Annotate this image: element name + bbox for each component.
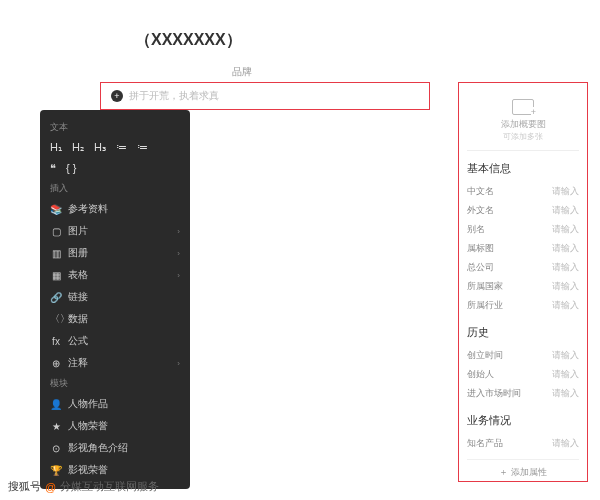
tool-icon: 〈〉	[50, 312, 62, 326]
field-label: 进入市场时间	[467, 387, 521, 400]
tool-数据[interactable]: 〈〉数据	[40, 308, 190, 330]
field-row[interactable]: 别名请输入	[467, 220, 579, 239]
h3-button[interactable]: H₃	[94, 141, 106, 154]
field-value: 请输入	[552, 261, 579, 274]
section-title: 基本信息	[467, 161, 579, 176]
field-label: 属标图	[467, 242, 494, 255]
tool-icon: ▦	[50, 270, 62, 281]
editor-toolbar: 文本 H₁ H₂ H₃ ≔ ≔ ❝ { } 插入 📚参考资料▢图片›▥图册›▦表…	[40, 110, 190, 489]
field-value: 请输入	[552, 223, 579, 236]
field-value: 请输入	[552, 204, 579, 217]
field-label: 别名	[467, 223, 485, 236]
chevron-right-icon: ›	[177, 227, 180, 236]
field-value: 请输入	[552, 280, 579, 293]
field-label: 外文名	[467, 204, 494, 217]
field-label: 中文名	[467, 185, 494, 198]
module-icon: ★	[50, 421, 62, 432]
upload-sub: 可添加多张	[503, 131, 543, 142]
tool-icon: 📚	[50, 204, 62, 215]
module-影视角色介绍[interactable]: ⊙影视角色介绍	[40, 437, 190, 459]
module-icon: 👤	[50, 399, 62, 410]
footer: 搜狐号 @ 分媒互动互联网服务	[8, 479, 159, 494]
module-影视荣誉[interactable]: 🏆影视荣誉	[40, 459, 190, 481]
subtitle: 品牌	[232, 65, 252, 79]
add-attribute-button[interactable]: ＋ 添加属性	[467, 459, 579, 485]
field-value: 请输入	[552, 242, 579, 255]
group-module: 模块	[40, 374, 190, 393]
field-value: 请输入	[552, 185, 579, 198]
list-button[interactable]: ≔	[116, 141, 127, 154]
field-label: 总公司	[467, 261, 494, 274]
chevron-right-icon: ›	[177, 249, 180, 258]
tool-icon: ⊕	[50, 358, 62, 369]
author-name: 分媒互动互联网服务	[60, 479, 159, 494]
tool-注释[interactable]: ⊕注释›	[40, 352, 190, 374]
tool-icon: ▢	[50, 226, 62, 237]
field-value: 请输入	[552, 437, 579, 450]
module-人物作品[interactable]: 👤人物作品	[40, 393, 190, 415]
tool-参考资料[interactable]: 📚参考资料	[40, 198, 190, 220]
tool-图片[interactable]: ▢图片›	[40, 220, 190, 242]
field-label: 知名产品	[467, 437, 503, 450]
group-insert: 插入	[40, 179, 190, 198]
tool-icon: fx	[50, 336, 62, 347]
at-icon: @	[45, 481, 56, 493]
section-title: 历史	[467, 325, 579, 340]
h1-button[interactable]: H₁	[50, 141, 62, 154]
module-icon: 🏆	[50, 465, 62, 476]
field-value: 请输入	[552, 299, 579, 312]
field-row[interactable]: 创始人请输入	[467, 365, 579, 384]
site-name: 搜狐号	[8, 479, 41, 494]
field-row[interactable]: 知名产品请输入	[467, 434, 579, 453]
field-row[interactable]: 总公司请输入	[467, 258, 579, 277]
add-icon: +	[111, 90, 123, 102]
field-label: 创始人	[467, 368, 494, 381]
field-row[interactable]: 进入市场时间请输入	[467, 384, 579, 403]
field-value: 请输入	[552, 349, 579, 362]
h2-button[interactable]: H₂	[72, 141, 84, 154]
image-upload[interactable]: 添加概要图 可添加多张	[467, 91, 579, 151]
field-row[interactable]: 所属行业请输入	[467, 296, 579, 315]
chevron-right-icon: ›	[177, 271, 180, 280]
field-label: 所属行业	[467, 299, 503, 312]
module-人物荣誉[interactable]: ★人物荣誉	[40, 415, 190, 437]
page-title: （XXXXXXX）	[135, 30, 242, 51]
row2: ❝ { }	[40, 158, 190, 179]
field-value: 请输入	[552, 368, 579, 381]
field-label: 所属国家	[467, 280, 503, 293]
field-row[interactable]: 外文名请输入	[467, 201, 579, 220]
chevron-right-icon: ›	[177, 359, 180, 368]
code-button[interactable]: { }	[66, 162, 76, 175]
main-input-area[interactable]: + 拼于开荒，执着求真	[100, 82, 430, 110]
field-label: 创立时间	[467, 349, 503, 362]
module-icon: ⊙	[50, 443, 62, 454]
field-row[interactable]: 所属国家请输入	[467, 277, 579, 296]
heading-row: H₁ H₂ H₃ ≔ ≔	[40, 137, 190, 158]
field-row[interactable]: 中文名请输入	[467, 182, 579, 201]
list2-button[interactable]: ≔	[137, 141, 148, 154]
upload-text: 添加概要图	[501, 118, 546, 131]
field-value: 请输入	[552, 387, 579, 400]
group-text: 文本	[40, 118, 190, 137]
tool-公式[interactable]: fx公式	[40, 330, 190, 352]
image-icon	[512, 99, 534, 115]
tool-表格[interactable]: ▦表格›	[40, 264, 190, 286]
field-row[interactable]: 创立时间请输入	[467, 346, 579, 365]
quote-button[interactable]: ❝	[50, 162, 56, 175]
tool-图册[interactable]: ▥图册›	[40, 242, 190, 264]
section-title: 业务情况	[467, 413, 579, 428]
field-row[interactable]: 属标图请输入	[467, 239, 579, 258]
tool-链接[interactable]: 🔗链接	[40, 286, 190, 308]
tool-icon: 🔗	[50, 292, 62, 303]
tool-icon: ▥	[50, 248, 62, 259]
input-placeholder: 拼于开荒，执着求真	[129, 89, 219, 103]
right-panel: 添加概要图 可添加多张 基本信息中文名请输入外文名请输入别名请输入属标图请输入总…	[458, 82, 588, 482]
